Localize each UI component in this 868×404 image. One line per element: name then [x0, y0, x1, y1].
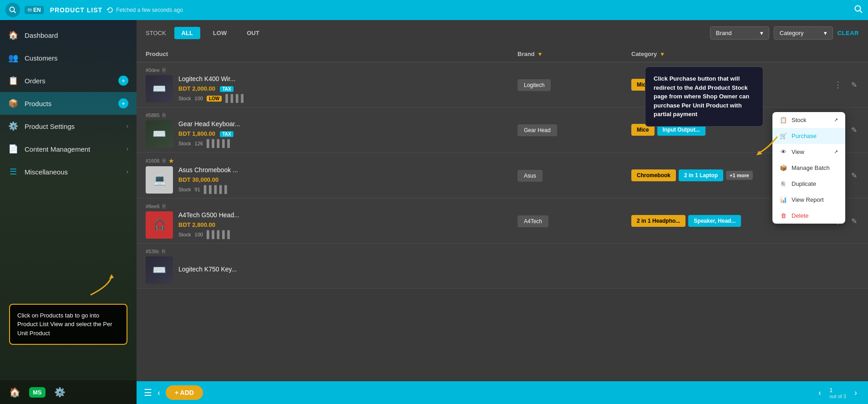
brand-filter-icon[interactable]: ▼	[538, 51, 543, 57]
home-bottom-icon[interactable]: 🏠	[8, 386, 21, 399]
top-bar: বাং EN PRODUCT LIST Fetched a few second…	[0, 0, 868, 20]
ctx-purchase[interactable]: 🛒 Purchase	[772, 128, 845, 144]
page-title: PRODUCT LIST	[50, 6, 102, 14]
cat-tag-3a[interactable]: Chromebook	[631, 169, 676, 181]
sidebar-item-orders[interactable]: 📋 Orders +	[0, 69, 137, 92]
search-button-left[interactable]	[5, 3, 20, 17]
sidebar-item-content-management[interactable]: 📄 Content Management ›	[0, 138, 137, 160]
product-name-1: Logitech K400 Wir...	[178, 75, 246, 82]
ctx-view[interactable]: 👁 View ↗	[772, 144, 845, 160]
stock-value-4: 100	[195, 232, 203, 237]
sidebar-bottom-bar: 🏠 MS ⚙️	[0, 380, 137, 404]
settings-bottom-icon[interactable]: ⚙️	[54, 386, 66, 399]
row-edit-button-3[interactable]: ✎	[849, 169, 859, 182]
add-button[interactable]: + ADD	[166, 385, 203, 400]
row-edit-button-4[interactable]: ✎	[849, 215, 859, 227]
product-image-5: ⌨️	[146, 256, 173, 284]
callout-text: Click Purchase button that will redirect…	[654, 75, 749, 118]
cat-tag-4a[interactable]: 2 in 1 Headpho...	[631, 215, 685, 227]
sidebar-item-product-settings[interactable]: ⚙️ Product Settings ›	[0, 115, 137, 138]
callout-arrow	[745, 135, 782, 158]
category-dropdown[interactable]: Category ▾	[774, 26, 833, 40]
ctx-delete[interactable]: 🗑 Delete	[772, 208, 845, 224]
filter-all-button[interactable]: ALL	[174, 27, 200, 39]
stock-label-2: Stock	[178, 141, 191, 146]
sidebar-item-products[interactable]: 📦 Products +	[0, 92, 137, 115]
brand-tag-2[interactable]: Gear Head	[518, 124, 557, 136]
add-product-button[interactable]: +	[118, 98, 128, 108]
ctx-duplicate-label: Duplicate	[792, 180, 816, 187]
search-button-right[interactable]	[854, 5, 863, 15]
content-icon: 📄	[8, 144, 18, 154]
stock-label-3: Stock	[178, 187, 191, 192]
ms-button[interactable]: MS	[29, 387, 46, 398]
barcode-icon-4: ▌▌▌▌▌	[207, 230, 233, 239]
brand-dropdown-chevron: ▾	[760, 30, 763, 36]
refresh-label: Fetched a few seconds ago	[116, 7, 183, 13]
table-container: #0dee ⎘ ⌨️ Logitech K400 Wir... BDT 2,00…	[137, 62, 868, 381]
sidebar: 🏠 Dashboard 👥 Customers 📋 Orders + 📦	[0, 20, 137, 404]
brand-tag-4[interactable]: A4Tech	[518, 215, 548, 227]
sidebar-item-dashboard[interactable]: 🏠 Dashboard	[0, 24, 137, 46]
product-id-3: #1606	[146, 158, 160, 164]
sidebar-item-label-products: Products	[25, 100, 51, 107]
ctx-duplicate[interactable]: ⎘ Duplicate	[772, 176, 845, 192]
row-actions-dots-1[interactable]: ⋮	[830, 78, 846, 92]
table-row: #539c ⎘ ⌨️ Logitech K750 Key...	[137, 244, 868, 289]
product-id-4: #8ee6	[146, 204, 160, 209]
cat-tag-4b[interactable]: Speaker, Head...	[688, 215, 741, 227]
cat-tag-3-more[interactable]: +1 more	[726, 171, 753, 180]
hamburger-menu-button[interactable]: ☰	[144, 387, 152, 398]
language-selector[interactable]: বাং EN	[25, 6, 44, 14]
row-edit-button-1[interactable]: ✎	[849, 79, 859, 91]
copy-icon-3[interactable]: ⎘	[162, 158, 166, 164]
sidebar-item-miscellaneous[interactable]: ☰ Miscellaneous ›	[0, 160, 137, 183]
page-prev-button[interactable]: ‹	[815, 386, 825, 399]
clear-button[interactable]: CLEAR	[838, 30, 859, 36]
category-dropdown-chevron: ▾	[824, 30, 827, 36]
sidebar-item-label-content: Content Management	[25, 145, 90, 153]
filter-out-button[interactable]: OUT	[239, 27, 266, 39]
ctx-manage-batch[interactable]: 📦 Manage Batch	[772, 160, 845, 176]
svg-point-2	[855, 6, 861, 11]
sidebar-item-customers[interactable]: 👥 Customers	[0, 46, 137, 69]
star-icon-3[interactable]: ★	[168, 157, 174, 164]
product-price-3: BDT 30,000.00	[178, 176, 218, 183]
sidebar-item-label-misc: Miscellaneous	[25, 168, 68, 176]
product-price-4: BDT 2,800.00	[178, 221, 215, 228]
product-price-1: BDT 2,000.00	[178, 85, 215, 92]
ctx-delete-label: Delete	[792, 212, 809, 219]
chevron-right-icon: ›	[127, 123, 128, 129]
product-name-5: Logitech K750 Key...	[178, 266, 237, 273]
svg-marker-4	[109, 274, 114, 279]
dashboard-icon: 🏠	[8, 30, 18, 40]
orders-icon: 📋	[8, 76, 18, 86]
row-edit-button-2[interactable]: ✎	[849, 124, 859, 136]
tax-badge-1: TAX	[220, 86, 233, 92]
ctx-view-report-label: View Report	[792, 196, 824, 203]
copy-icon-4[interactable]: ⎘	[162, 203, 166, 210]
brand-tag-1[interactable]: Logitech	[518, 79, 551, 91]
page-next-button[interactable]: ›	[851, 386, 861, 399]
page-current: 1	[829, 387, 846, 394]
lang-prefix: বাং	[27, 7, 32, 13]
filter-low-button[interactable]: LOW	[206, 27, 234, 39]
col-actions	[768, 51, 859, 57]
ctx-view-report[interactable]: 📊 View Report	[772, 192, 845, 208]
ctx-stock[interactable]: 📋 Stock ↗	[772, 112, 845, 128]
category-filter-icon[interactable]: ▼	[660, 51, 665, 57]
brand-tag-3[interactable]: Asus	[518, 170, 543, 182]
cat-tag-3b[interactable]: 2 in 1 Laptop	[679, 169, 723, 181]
brand-dropdown[interactable]: Brand ▾	[710, 26, 769, 40]
add-order-button[interactable]: +	[118, 76, 128, 86]
copy-icon-1[interactable]: ⎘	[162, 67, 166, 73]
copy-icon-2[interactable]: ⎘	[162, 112, 166, 118]
tax-badge-2: TAX	[220, 131, 233, 137]
stock-value-3: 91	[195, 187, 200, 192]
svg-line-1	[14, 11, 16, 13]
copy-icon-5[interactable]: ⎘	[162, 248, 165, 255]
back-button[interactable]: ‹	[157, 388, 160, 398]
sidebar-item-label-product-settings: Product Settings	[25, 123, 75, 130]
stock-value-1: 100	[195, 96, 203, 101]
category-dropdown-label: Category	[780, 30, 804, 36]
